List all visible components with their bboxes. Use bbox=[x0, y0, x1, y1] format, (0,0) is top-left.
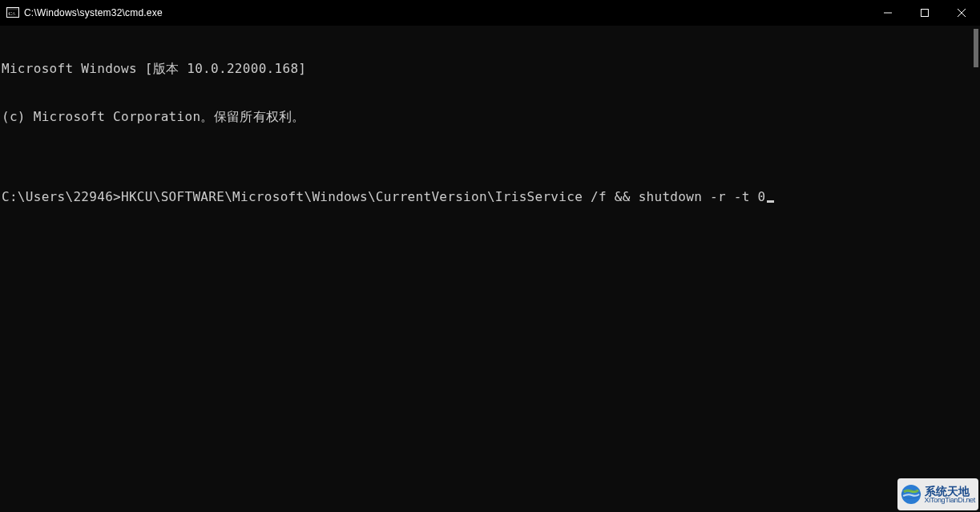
window-controls bbox=[869, 0, 980, 26]
svg-text:C:\: C:\ bbox=[9, 10, 16, 17]
minimize-button[interactable] bbox=[869, 0, 906, 26]
prompt: C:\Users\22946> bbox=[2, 189, 121, 205]
minimize-icon bbox=[884, 9, 892, 17]
maximize-icon bbox=[921, 9, 929, 17]
scroll-thumb[interactable] bbox=[974, 29, 978, 67]
cursor bbox=[767, 200, 774, 203]
watermark-text: 系统天地 XiTongTianDi.net bbox=[925, 486, 975, 504]
watermark-title: 系统天地 bbox=[925, 486, 975, 497]
svg-rect-4 bbox=[922, 10, 929, 17]
watermark-url: XiTongTianDi.net bbox=[925, 497, 975, 504]
scrollbar[interactable] bbox=[966, 26, 980, 512]
titlebar-left: C:\ C:\Windows\system32\cmd.exe bbox=[6, 6, 163, 19]
close-icon bbox=[958, 9, 966, 17]
version-line: Microsoft Windows [版本 10.0.22000.168] bbox=[2, 61, 980, 77]
prompt-line: C:\Users\22946>HKCU\SOFTWARE\Microsoft\W… bbox=[2, 189, 980, 205]
window-title: C:\Windows\system32\cmd.exe bbox=[24, 7, 163, 18]
cmd-icon: C:\ bbox=[6, 6, 19, 19]
command-text: HKCU\SOFTWARE\Microsoft\Windows\CurrentV… bbox=[121, 189, 766, 205]
terminal-output[interactable]: Microsoft Windows [版本 10.0.22000.168] (c… bbox=[0, 26, 980, 512]
globe-icon bbox=[901, 484, 922, 505]
maximize-button[interactable] bbox=[906, 0, 943, 26]
titlebar: C:\ C:\Windows\system32\cmd.exe bbox=[0, 0, 980, 26]
copyright-line: (c) Microsoft Corporation。保留所有权利。 bbox=[2, 109, 980, 125]
close-button[interactable] bbox=[943, 0, 980, 26]
watermark: 系统天地 XiTongTianDi.net bbox=[897, 478, 978, 510]
